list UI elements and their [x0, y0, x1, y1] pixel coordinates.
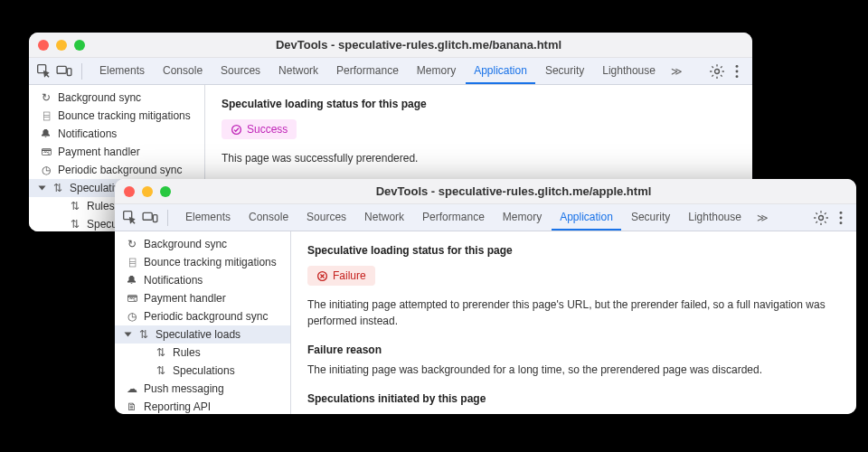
- bell-icon: 🔔︎: [126, 274, 138, 287]
- sidebar-item-rules[interactable]: ⇅Rules: [115, 344, 290, 362]
- tabs-overflow-icon[interactable]: ≫: [665, 65, 688, 78]
- inspect-icon[interactable]: [36, 63, 52, 80]
- sidebar-label: Periodic background sync: [58, 164, 182, 176]
- disclosure-triangle-icon: [125, 333, 132, 337]
- status-label: Failure: [333, 269, 366, 282]
- svg-point-13: [840, 216, 843, 219]
- sidebar-item-bounce[interactable]: ⌸Bounce tracking mitigations: [115, 253, 290, 271]
- tab-console[interactable]: Console: [241, 205, 297, 231]
- sidebar-item-reporting[interactable]: 🗎Reporting API: [115, 398, 290, 414]
- sidebar-label: Rules: [87, 200, 115, 212]
- sidebar-label: Background sync: [144, 238, 227, 250]
- inspect-icon[interactable]: [122, 210, 138, 226]
- bell-icon: 🔔︎: [40, 127, 52, 140]
- tab-elements[interactable]: Elements: [177, 205, 239, 231]
- tab-lighthouse[interactable]: Lighthouse: [594, 59, 664, 84]
- sync-icon: ↻: [40, 91, 52, 104]
- tabs-overflow-icon[interactable]: ≫: [751, 212, 774, 224]
- sidebar-item-payment[interactable]: 💳︎Payment handler: [115, 289, 290, 307]
- status-heading: Speculative loading status for this page: [222, 98, 736, 110]
- tab-network[interactable]: Network: [270, 59, 326, 84]
- devtools-toolbar: Elements Console Sources Network Perform…: [29, 58, 752, 85]
- svg-point-11: [819, 215, 824, 220]
- content-pane: Speculative loading status for this page…: [291, 231, 856, 414]
- clock-icon: ◷: [126, 310, 138, 323]
- sidebar-label: Notifications: [58, 127, 117, 140]
- traffic-lights: [38, 40, 85, 51]
- tab-application[interactable]: Application: [552, 205, 621, 231]
- sidebar-item-notifications[interactable]: 🔔︎Notifications: [29, 125, 204, 143]
- status-badge-success: Success: [222, 119, 297, 139]
- arrows-icon: ⇅: [69, 218, 81, 231]
- tab-application[interactable]: Application: [466, 59, 535, 84]
- arrows-icon: ⇅: [69, 200, 81, 212]
- sidebar-item-payment[interactable]: 💳︎Payment handler: [29, 143, 204, 161]
- sidebar-label: Notifications: [144, 274, 203, 287]
- tab-memory[interactable]: Memory: [409, 59, 464, 84]
- sidebar-item-bg-sync[interactable]: ↻Background sync: [29, 89, 204, 107]
- sidebar-label: Background sync: [58, 91, 141, 104]
- svg-point-4: [736, 64, 739, 67]
- zoom-button[interactable]: [74, 40, 85, 51]
- status-description: This page was successfully prerendered.: [222, 150, 736, 166]
- sidebar-label: Bounce tracking mitigations: [58, 109, 191, 122]
- settings-icon[interactable]: [709, 63, 725, 80]
- check-circle-icon: [231, 124, 242, 136]
- svg-point-14: [840, 221, 843, 224]
- more-icon[interactable]: [833, 210, 849, 226]
- sidebar-item-push[interactable]: ☁Push messaging: [115, 380, 290, 398]
- close-button[interactable]: [124, 186, 135, 197]
- more-icon[interactable]: [729, 63, 745, 80]
- svg-point-12: [840, 211, 843, 213]
- disclosure-triangle-icon: [39, 186, 46, 191]
- card-icon: 💳︎: [126, 292, 138, 305]
- tab-performance[interactable]: Performance: [414, 205, 493, 231]
- tab-elements[interactable]: Elements: [91, 59, 153, 84]
- database-icon: ⌸: [40, 109, 52, 122]
- sidebar-item-speculative[interactable]: ⇅Speculative loads: [115, 325, 290, 344]
- sidebar-label: Rules: [173, 346, 201, 359]
- svg-point-6: [736, 75, 739, 78]
- status-description: The initiating page attempted to prerend…: [307, 297, 840, 329]
- svg-point-3: [715, 69, 720, 73]
- sidebar-label: Speculative loads: [156, 328, 241, 341]
- titlebar: DevTools - speculative-rules.glitch.me/b…: [29, 33, 752, 58]
- device-icon[interactable]: [56, 63, 72, 80]
- sidebar-label: Reporting API: [144, 400, 211, 413]
- settings-icon[interactable]: [813, 210, 829, 226]
- titlebar: DevTools - speculative-rules.glitch.me/a…: [115, 179, 856, 204]
- sidebar-label: Push messaging: [144, 382, 224, 395]
- minimize-button[interactable]: [56, 40, 67, 51]
- tab-sources[interactable]: Sources: [298, 205, 354, 231]
- database-icon: ⌸: [126, 256, 138, 268]
- sidebar-item-periodic[interactable]: ◷Periodic background sync: [115, 307, 290, 325]
- status-heading: Speculative loading status for this page: [307, 244, 840, 257]
- cloud-icon: ☁: [126, 382, 138, 395]
- tab-security[interactable]: Security: [623, 205, 678, 231]
- sidebar-item-bounce[interactable]: ⌸Bounce tracking mitigations: [29, 107, 204, 125]
- tab-network[interactable]: Network: [356, 205, 412, 231]
- failure-reason-text: The initiating page was backgrounded for…: [307, 362, 840, 378]
- svg-point-5: [736, 70, 739, 72]
- tab-sources[interactable]: Sources: [212, 59, 269, 84]
- tab-security[interactable]: Security: [537, 59, 592, 84]
- panel-tabs: Elements Console Sources Network Perform…: [177, 205, 774, 231]
- clock-icon: ◷: [40, 164, 52, 176]
- sync-icon: ↻: [126, 238, 138, 250]
- tab-memory[interactable]: Memory: [495, 205, 550, 231]
- tab-lighthouse[interactable]: Lighthouse: [680, 205, 750, 231]
- device-icon[interactable]: [142, 210, 158, 226]
- tab-console[interactable]: Console: [155, 59, 211, 84]
- separator: [167, 210, 168, 226]
- minimize-button[interactable]: [142, 186, 153, 197]
- close-button[interactable]: [38, 40, 49, 51]
- tab-performance[interactable]: Performance: [328, 59, 407, 84]
- sidebar-item-bg-sync[interactable]: ↻Background sync: [115, 235, 290, 253]
- zoom-button[interactable]: [160, 186, 171, 197]
- devtools-toolbar: Elements Console Sources Network Perform…: [115, 204, 856, 231]
- card-icon: 💳︎: [40, 146, 52, 158]
- sidebar-item-notifications[interactable]: 🔔︎Notifications: [115, 271, 290, 289]
- sidebar-item-speculations[interactable]: ⇅Speculations: [115, 362, 290, 380]
- svg-rect-2: [67, 68, 71, 75]
- sidebar-item-periodic[interactable]: ◷Periodic background sync: [29, 161, 204, 179]
